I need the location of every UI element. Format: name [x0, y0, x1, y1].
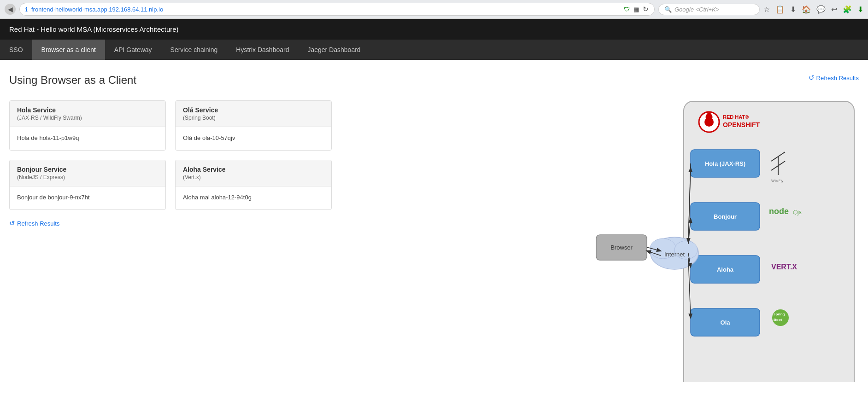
ola-box-label: Ola	[721, 319, 731, 326]
ola-card-header: Olá Service (Spring Boot)	[176, 101, 331, 127]
nav-api-gateway[interactable]: API Gateway	[105, 40, 161, 60]
qr-icon: ▦	[633, 6, 639, 13]
reader-icon[interactable]: 📋	[775, 5, 785, 14]
search-placeholder: Google <Ctrl+K>	[674, 6, 719, 13]
nav-service-chaining[interactable]: Service chaining	[161, 40, 227, 60]
extensions-icon[interactable]: 🧩	[843, 5, 852, 14]
bonjour-card-body: Bonjour de bonjour-9-nx7ht	[10, 186, 165, 209]
ola-value: Olá de ola-10-57qjv	[183, 134, 235, 141]
browser-chrome: ◀ ℹ frontend-helloworld-msa.app.192.168.…	[0, 0, 868, 19]
browser-label: Browser	[610, 244, 633, 251]
chat-icon[interactable]: 💬	[816, 5, 826, 14]
bonjour-card-header: Bonjour Service (NodeJS / Express)	[10, 160, 165, 186]
bonjour-box-label: Bonjour	[714, 213, 737, 220]
refresh-top-label: Refresh Results	[816, 75, 859, 81]
nav-sso[interactable]: SSO	[0, 40, 32, 60]
aloha-card-title: Aloha Service	[183, 166, 324, 173]
aloha-service-card: Aloha Service (Vert.x) Aloha mai aloha-1…	[175, 160, 332, 210]
bonjour-card-title: Bonjour Service	[17, 166, 158, 173]
vertx-text: VERT.X	[771, 263, 797, 271]
hola-card-body: Hola de hola-11-p1w9q	[10, 127, 165, 150]
app-title: Red Hat - Hello world MSA (Microservices…	[9, 25, 179, 33]
diagram-svg: RED HAT® OPENSHIFT Hola (JAX-RS) WildFly…	[592, 97, 859, 382]
hola-card-title: Hola Service	[17, 106, 158, 114]
nav-browser-client[interactable]: Browser as a client	[32, 40, 105, 60]
reload-button[interactable]: ↻	[643, 5, 649, 13]
aloha-value: Aloha mai aloha-12-94t0g	[183, 194, 252, 201]
spring-text: spring	[774, 312, 785, 316]
download-icon[interactable]: ⬇	[790, 5, 796, 14]
ola-card-subtitle: (Spring Boot)	[183, 115, 324, 121]
hola-value: Hola de hola-11-p1w9q	[17, 134, 79, 141]
aloha-box-label: Aloha	[717, 266, 734, 273]
ola-service-card: Olá Service (Spring Boot) Olá de ola-10-…	[175, 100, 332, 151]
boot-text: Boot	[774, 318, 782, 322]
app-nav: SSO Browser as a client API Gateway Serv…	[0, 40, 868, 60]
page-title: Using Browser as a Client	[9, 74, 859, 87]
info-icon: ℹ	[25, 6, 28, 13]
wildfly-text: WildFly	[771, 179, 783, 183]
download2-icon[interactable]: ⬇	[857, 5, 863, 14]
history-icon[interactable]: ↩	[831, 5, 837, 14]
browser-toolbar: ◀ ℹ frontend-helloworld-msa.app.192.168.…	[0, 0, 868, 18]
bonjour-service-card: Bonjour Service (NodeJS / Express) Bonjo…	[9, 160, 166, 210]
main-content: Using Browser as a Client ↺ Refresh Resu…	[0, 60, 868, 382]
hola-box-label: Hola (JAX-RS)	[705, 160, 745, 167]
home-icon[interactable]: 🏠	[802, 5, 811, 14]
search-icon: 🔍	[664, 6, 672, 13]
ola-card-body: Olá de ola-10-57qjv	[176, 127, 331, 150]
springboot-icon: spring Boot	[772, 309, 789, 326]
back-button[interactable]: ◀	[5, 4, 16, 15]
architecture-diagram: RED HAT® OPENSHIFT Hola (JAX-RS) WildFly…	[592, 97, 859, 382]
refresh-bottom-icon: ↺	[9, 219, 15, 227]
aloha-card-subtitle: (Vert.x)	[183, 174, 324, 180]
nav-jaeger[interactable]: Jaeger Dashboard	[298, 40, 369, 60]
aloha-card-body: Aloha mai aloha-12-94t0g	[176, 186, 331, 209]
refresh-top-icon: ↺	[809, 74, 815, 82]
refresh-top-button[interactable]: ↺ Refresh Results	[809, 74, 859, 82]
shield-icon: 🛡	[624, 6, 630, 13]
bonjour-card-subtitle: (NodeJS / Express)	[17, 174, 158, 180]
nav-hystrix[interactable]: Hystrix Dashboard	[227, 40, 298, 60]
openshift-text: OPENSHIFT	[723, 121, 760, 128]
hola-card-subtitle: (JAX-RS / WildFly Swarm)	[17, 115, 158, 121]
address-bar[interactable]: ℹ frontend-helloworld-msa.app.192.168.64…	[19, 3, 655, 16]
ola-card-title: Olá Service	[183, 106, 324, 114]
browser-toolbar-icons: ☆ 📋 ⬇ 🏠 💬 ↩ 🧩 ⬇	[763, 5, 863, 14]
openshift-box	[684, 101, 854, 382]
internet-label: Internet	[664, 251, 685, 258]
star-icon[interactable]: ☆	[763, 5, 770, 14]
aloha-card-header: Aloha Service (Vert.x)	[176, 160, 331, 186]
refresh-bottom-label: Refresh Results	[17, 220, 59, 227]
redhat-text: RED HAT®	[723, 114, 749, 120]
hola-card-header: Hola Service (JAX-RS / WildFly Swarm)	[10, 101, 165, 127]
search-bar[interactable]: 🔍 Google <Ctrl+K>	[658, 4, 760, 15]
bonjour-value: Bonjour de bonjour-9-nx7ht	[17, 194, 90, 201]
internet-cloud: Internet	[650, 237, 698, 269]
nodejs-dot-js: ⬡js	[793, 209, 802, 215]
nodejs-text: node	[769, 207, 789, 216]
url-text: frontend-helloworld-msa.app.192.168.64.1…	[31, 6, 620, 13]
hola-service-card: Hola Service (JAX-RS / WildFly Swarm) Ho…	[9, 100, 166, 151]
app-header: Red Hat - Hello world MSA (Microservices…	[0, 19, 868, 40]
